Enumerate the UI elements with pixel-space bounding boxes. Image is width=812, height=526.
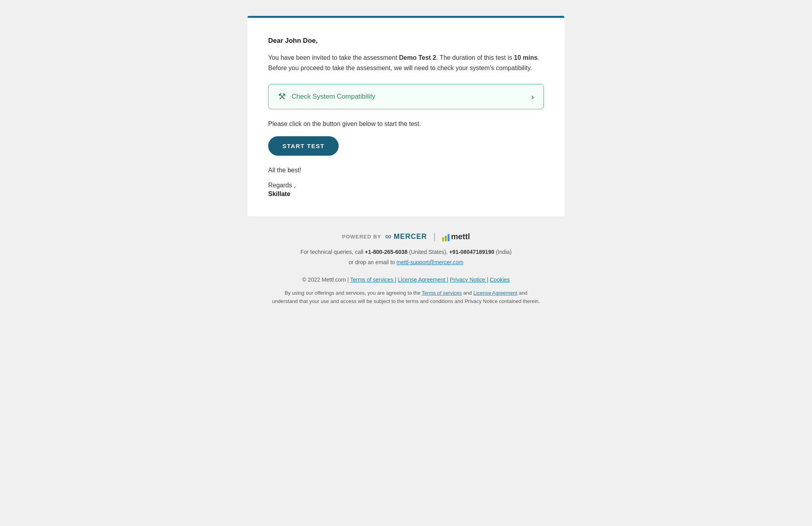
regards-name-text: Skillate: [268, 191, 544, 198]
mettl-text: mettl: [451, 232, 470, 241]
check-compatibility-button[interactable]: ⚒ Check System Compatibility ›: [268, 84, 544, 109]
mercer-text: MERCER: [394, 233, 427, 241]
assessment-name: Demo Test 2: [399, 54, 436, 61]
intro-suffix: . The duration of this test is: [436, 54, 514, 61]
terms-of-services-link[interactable]: Terms of services: [350, 276, 395, 283]
mercer-infinity-icon: ∞: [385, 231, 391, 242]
compatibility-label: Check System Compatibility: [292, 93, 376, 101]
intro-paragraph: You have been invited to take the assess…: [268, 53, 544, 73]
start-test-button[interactable]: START TEST: [268, 136, 339, 156]
license-agreement-link[interactable]: License Agreement: [398, 276, 447, 283]
bar1: [442, 237, 444, 241]
legal-body-text: By using our offerings and services, you…: [271, 289, 541, 306]
duration: 10 mins: [514, 54, 538, 61]
powered-by-label: POWERED BY: [342, 234, 381, 240]
tech-support-prefix: For technical queries, call: [300, 249, 365, 255]
mercer-logo: ∞ MERCER: [385, 231, 427, 242]
email-link[interactable]: mettl-support@mercer.com: [396, 259, 463, 265]
regards-text: Regards ,: [268, 182, 544, 189]
bar3: [448, 234, 450, 241]
all-the-best-text: All the best!: [268, 167, 544, 174]
phone-us-country: (United States),: [409, 249, 448, 255]
phone-us: +1-800-265-6038: [365, 249, 408, 255]
powered-by-section: POWERED BY ∞ MERCER | mettl: [255, 231, 557, 242]
intro-end: .: [538, 54, 539, 61]
email-prefix: or drop an email to: [349, 259, 396, 265]
compatibility-left: ⚒ Check System Compatibility: [278, 91, 376, 102]
legal-links-section: © 2022 Mettl.com | Terms of services | L…: [255, 276, 557, 283]
main-card: Dear John Doe, You have been invited to …: [248, 16, 564, 217]
footer: POWERED BY ∞ MERCER | mettl For technica…: [248, 217, 564, 314]
phone-india-country: (India): [496, 249, 512, 255]
legal-mid: and: [462, 290, 473, 296]
greeting-text: Dear John Doe,: [268, 37, 544, 45]
intro-prefix: You have been invited to take the assess…: [268, 54, 399, 61]
start-instruction-text: Please click on the button given below t…: [268, 120, 544, 128]
logo-divider: |: [433, 231, 436, 242]
cookies-link[interactable]: Cookies: [490, 276, 510, 283]
tech-support-text: For technical queries, call +1-800-265-6…: [255, 249, 557, 255]
compatibility-intro: Before you proceed to take the assessmen…: [268, 65, 532, 71]
copyright-text: © 2022 Mettl.com |: [302, 276, 349, 283]
legal-tos-link[interactable]: Terms of services: [422, 290, 462, 296]
chevron-right-icon: ›: [531, 92, 534, 101]
legal-prefix: By using our offerings and services, you…: [284, 290, 421, 296]
phone-india: +91-08047189190: [449, 249, 494, 255]
mettl-bars: [442, 234, 450, 241]
mettl-logo: mettl: [442, 232, 470, 241]
email-support-text: or drop an email to mettl-support@mercer…: [255, 259, 557, 265]
tools-icon: ⚒: [278, 91, 286, 102]
bar2: [445, 236, 447, 241]
privacy-notice-link[interactable]: Privacy Notice: [450, 276, 487, 283]
legal-license-link[interactable]: License Agreement: [473, 290, 517, 296]
